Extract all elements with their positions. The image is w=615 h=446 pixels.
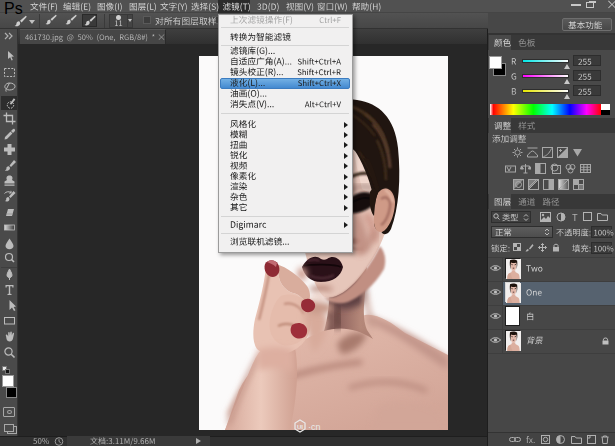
svg-text:·cn: ·cn	[308, 422, 321, 432]
svg-text:UI: UI	[297, 424, 303, 430]
